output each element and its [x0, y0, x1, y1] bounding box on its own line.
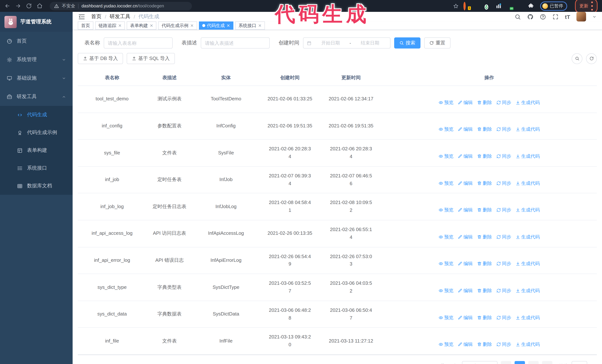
delete-link[interactable]: 删除	[477, 260, 492, 268]
delete-link[interactable]: 删除	[477, 287, 492, 294]
generate-code-link[interactable]: 生成代码	[516, 99, 540, 106]
edit-link[interactable]: 编辑	[458, 126, 473, 133]
delete-link[interactable]: 删除	[477, 341, 492, 348]
edit-link[interactable]: 编辑	[458, 179, 473, 187]
preview-link[interactable]: 预览	[439, 179, 453, 187]
extension-green-icon[interactable]	[517, 3, 523, 9]
sidebar-item-infra[interactable]: 基础设施	[0, 69, 73, 87]
sync-link[interactable]: 同步	[496, 206, 511, 214]
browser-update-button[interactable]: 更新 ●●●	[575, 0, 598, 13]
import-db-button[interactable]: 基于 DB 导入	[78, 53, 123, 64]
edit-link[interactable]: 编辑	[458, 287, 473, 294]
extension-on-icon[interactable]: on	[506, 3, 512, 9]
page-1-button[interactable]: 1	[515, 361, 525, 364]
table-name-input[interactable]	[104, 37, 173, 49]
delete-link[interactable]: 删除	[477, 126, 492, 133]
close-icon[interactable]: ✕	[226, 23, 230, 28]
edit-link[interactable]: 编辑	[458, 314, 473, 321]
tab-codegen-demo[interactable]: 代码生成示例✕	[158, 21, 197, 30]
preview-link[interactable]: 预览	[439, 233, 453, 241]
preview-link[interactable]: 预览	[439, 126, 453, 133]
sync-link[interactable]: 同步	[496, 287, 511, 294]
bookmark-star-icon[interactable]	[453, 3, 459, 9]
preview-link[interactable]: 预览	[439, 99, 453, 106]
preview-link[interactable]: 预览	[439, 260, 453, 268]
sync-link[interactable]: 同步	[496, 233, 511, 241]
sidebar-item-home[interactable]: 首页	[0, 32, 73, 50]
forward-icon[interactable]	[15, 3, 21, 9]
tab-home[interactable]: 首页	[78, 21, 93, 30]
generate-code-link[interactable]: 生成代码	[516, 314, 540, 321]
refresh-table-button[interactable]	[586, 53, 597, 64]
extension-stats-icon[interactable]	[496, 3, 502, 9]
reload-icon[interactable]	[26, 3, 32, 9]
generate-code-link[interactable]: 生成代码	[516, 126, 540, 133]
caret-down-icon[interactable]	[592, 15, 596, 19]
edit-link[interactable]: 编辑	[458, 99, 473, 106]
close-icon[interactable]: ✕	[150, 23, 153, 28]
breadcrumb-devtools[interactable]: 研发工具	[110, 13, 130, 20]
address-bar[interactable]: 不安全 dashboard.yudao.iocoder.cn/tool/code…	[50, 2, 192, 10]
fullscreen-icon[interactable]	[552, 13, 559, 20]
close-icon[interactable]: ✕	[190, 23, 194, 28]
prev-page-button[interactable]: ‹	[501, 361, 511, 364]
page-size-select[interactable]: 10条/页	[462, 361, 497, 364]
home-icon[interactable]	[37, 3, 43, 9]
delete-link[interactable]: 删除	[477, 99, 492, 106]
github-icon[interactable]	[527, 13, 533, 20]
generate-code-link[interactable]: 生成代码	[516, 260, 540, 268]
breadcrumb-home[interactable]: 首页	[91, 13, 101, 20]
sidebar-item-system[interactable]: 系统管理	[0, 50, 73, 69]
delete-link[interactable]: 删除	[477, 206, 492, 214]
generate-code-link[interactable]: 生成代码	[516, 206, 540, 214]
tab-codegen[interactable]: 代码生成✕	[199, 21, 233, 30]
generate-code-link[interactable]: 生成代码	[516, 233, 540, 241]
import-sql-button[interactable]: 基于 SQL 导入	[127, 53, 175, 64]
generate-code-link[interactable]: 生成代码	[516, 179, 540, 187]
date-start-placeholder[interactable]: 开始日期	[314, 40, 347, 46]
search-button[interactable]: 搜索	[394, 37, 420, 49]
date-range-picker[interactable]: 开始日期 - 结束日期	[303, 37, 390, 49]
preview-link[interactable]: 预览	[439, 153, 453, 160]
page-2-button[interactable]: 2	[528, 361, 539, 364]
extension-check-icon[interactable]: V	[485, 3, 491, 9]
sync-link[interactable]: 同步	[496, 99, 511, 106]
edit-link[interactable]: 编辑	[458, 233, 473, 241]
help-icon[interactable]	[540, 13, 546, 20]
sidebar-item-form-builder[interactable]: 表单构建	[0, 141, 73, 159]
sidebar-item-codegen[interactable]: 代码生成	[0, 106, 73, 124]
toggle-search-button[interactable]	[572, 53, 582, 64]
preview-link[interactable]: 预览	[439, 287, 453, 294]
close-icon[interactable]: ✕	[118, 23, 121, 28]
preview-link[interactable]: 预览	[439, 206, 453, 214]
edit-link[interactable]: 编辑	[458, 206, 473, 214]
preview-link[interactable]: 预览	[439, 341, 453, 348]
tab-system-api[interactable]: 系统接口✕	[235, 21, 265, 30]
sync-link[interactable]: 同步	[496, 126, 511, 133]
delete-link[interactable]: 删除	[477, 153, 492, 160]
edit-link[interactable]: 编辑	[458, 341, 473, 348]
profile-paused-pill[interactable]: 已暂停	[540, 1, 567, 10]
generate-code-link[interactable]: 生成代码	[516, 341, 540, 348]
generate-code-link[interactable]: 生成代码	[516, 153, 540, 160]
sync-link[interactable]: 同步	[496, 314, 511, 321]
sidebar-item-devtools[interactable]: 研发工具	[0, 87, 73, 106]
sync-link[interactable]: 同步	[496, 179, 511, 187]
text-size-control[interactable]: tT	[565, 13, 570, 20]
sync-link[interactable]: 同步	[496, 153, 511, 160]
sidebar-item-codegen-demo[interactable]: 代码生成示例	[0, 124, 73, 141]
back-icon[interactable]	[4, 3, 10, 9]
sidebar-item-db-doc[interactable]: 数据库文档	[0, 177, 73, 195]
preview-link[interactable]: 预览	[439, 314, 453, 321]
search-icon[interactable]	[515, 13, 521, 20]
close-icon[interactable]: ✕	[258, 23, 262, 28]
sync-link[interactable]: 同步	[496, 341, 511, 348]
sync-link[interactable]: 同步	[496, 260, 511, 268]
next-page-button[interactable]: ›	[542, 361, 552, 364]
tab-trace[interactable]: 链路追踪✕	[95, 21, 125, 30]
sidebar-logo[interactable]: 芋道管理系统	[0, 12, 73, 32]
extension-colorful-icon[interactable]: 1	[463, 3, 469, 9]
extensions-puzzle-icon[interactable]	[528, 3, 534, 9]
reset-button[interactable]: 重置	[424, 37, 451, 49]
sidebar-collapse-icon[interactable]	[78, 13, 85, 20]
